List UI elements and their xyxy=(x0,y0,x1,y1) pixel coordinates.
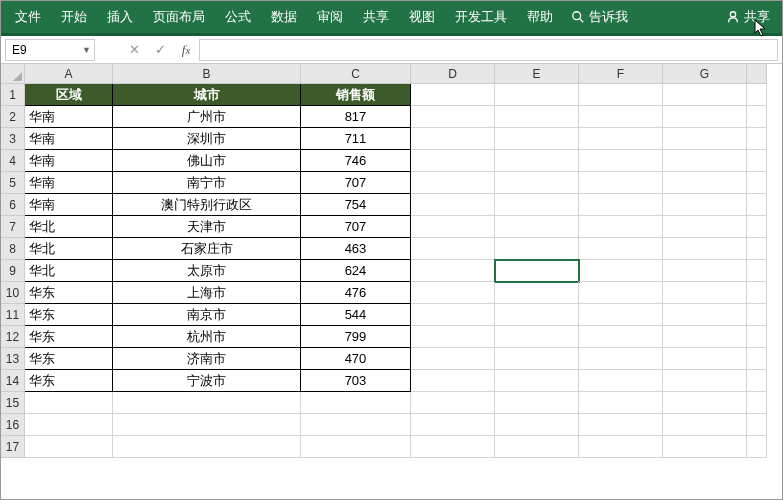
cell[interactable] xyxy=(411,436,495,458)
cell[interactable] xyxy=(747,238,767,260)
tab-page-layout[interactable]: 页面布局 xyxy=(143,1,215,33)
col-header-d[interactable]: D xyxy=(411,64,495,84)
row-header[interactable]: 3 xyxy=(1,128,25,150)
cell[interactable]: 济南市 xyxy=(113,348,301,370)
col-header-a[interactable]: A xyxy=(25,64,113,84)
cell[interactable] xyxy=(495,414,579,436)
name-box[interactable]: E9 ▼ xyxy=(5,39,95,61)
cell[interactable] xyxy=(579,128,663,150)
cell[interactable] xyxy=(113,414,301,436)
cell[interactable] xyxy=(495,326,579,348)
cell[interactable] xyxy=(411,414,495,436)
cell[interactable]: 华南 xyxy=(25,106,113,128)
row-header[interactable]: 15 xyxy=(1,392,25,414)
fx-button[interactable]: fx xyxy=(173,39,199,61)
cell[interactable] xyxy=(411,304,495,326)
cell[interactable]: 707 xyxy=(301,216,411,238)
cell[interactable] xyxy=(747,414,767,436)
cell[interactable] xyxy=(25,436,113,458)
select-all-button[interactable] xyxy=(1,64,25,84)
cell[interactable] xyxy=(747,84,767,106)
row-header[interactable]: 16 xyxy=(1,414,25,436)
cell[interactable] xyxy=(495,128,579,150)
tab-insert[interactable]: 插入 xyxy=(97,1,143,33)
cell[interactable]: 707 xyxy=(301,172,411,194)
cell[interactable] xyxy=(495,260,579,282)
tab-data[interactable]: 数据 xyxy=(261,1,307,33)
cell[interactable] xyxy=(579,172,663,194)
cell[interactable] xyxy=(747,128,767,150)
cell[interactable]: 城市 xyxy=(113,84,301,106)
cell[interactable]: 463 xyxy=(301,238,411,260)
cell[interactable] xyxy=(663,216,747,238)
cell[interactable]: 746 xyxy=(301,150,411,172)
cell[interactable]: 703 xyxy=(301,370,411,392)
cell[interactable]: 华南 xyxy=(25,194,113,216)
cell[interactable]: 销售额 xyxy=(301,84,411,106)
cell[interactable]: 南京市 xyxy=(113,304,301,326)
cell[interactable] xyxy=(411,194,495,216)
cell[interactable] xyxy=(747,106,767,128)
cell[interactable] xyxy=(411,326,495,348)
row-header[interactable]: 17 xyxy=(1,436,25,458)
col-header-e[interactable]: E xyxy=(495,64,579,84)
cell[interactable]: 754 xyxy=(301,194,411,216)
cell[interactable]: 817 xyxy=(301,106,411,128)
cell[interactable] xyxy=(579,216,663,238)
cell[interactable] xyxy=(411,216,495,238)
cell[interactable] xyxy=(113,436,301,458)
cell[interactable] xyxy=(495,216,579,238)
cell[interactable] xyxy=(747,282,767,304)
cell[interactable]: 华东 xyxy=(25,326,113,348)
cell[interactable] xyxy=(495,194,579,216)
col-header-f[interactable]: F xyxy=(579,64,663,84)
cell[interactable] xyxy=(747,260,767,282)
cell[interactable] xyxy=(495,282,579,304)
col-header-c[interactable]: C xyxy=(301,64,411,84)
formula-input[interactable] xyxy=(199,39,778,61)
cell[interactable] xyxy=(579,414,663,436)
cell[interactable] xyxy=(663,392,747,414)
row-header[interactable]: 14 xyxy=(1,370,25,392)
cell[interactable] xyxy=(411,172,495,194)
cell[interactable]: 天津市 xyxy=(113,216,301,238)
col-header-b[interactable]: B xyxy=(113,64,301,84)
cell[interactable]: 杭州市 xyxy=(113,326,301,348)
cell[interactable] xyxy=(579,150,663,172)
row-header[interactable]: 11 xyxy=(1,304,25,326)
cell[interactable] xyxy=(495,150,579,172)
cell[interactable] xyxy=(747,370,767,392)
cell[interactable] xyxy=(663,84,747,106)
cell[interactable] xyxy=(663,238,747,260)
col-header-g[interactable]: G xyxy=(663,64,747,84)
row-header[interactable]: 9 xyxy=(1,260,25,282)
cell[interactable] xyxy=(411,348,495,370)
cell[interactable] xyxy=(411,150,495,172)
cell[interactable] xyxy=(579,370,663,392)
cell[interactable] xyxy=(579,326,663,348)
cell[interactable]: 711 xyxy=(301,128,411,150)
cell[interactable] xyxy=(411,370,495,392)
cell[interactable] xyxy=(747,172,767,194)
cell[interactable] xyxy=(411,238,495,260)
cell[interactable] xyxy=(579,436,663,458)
cell[interactable] xyxy=(663,194,747,216)
cell[interactable] xyxy=(579,238,663,260)
cell[interactable] xyxy=(579,84,663,106)
cell[interactable] xyxy=(663,370,747,392)
cell[interactable] xyxy=(411,128,495,150)
cell[interactable] xyxy=(747,392,767,414)
cell[interactable]: 华南 xyxy=(25,150,113,172)
cell[interactable]: 华东 xyxy=(25,370,113,392)
cell[interactable] xyxy=(663,348,747,370)
cell[interactable]: 476 xyxy=(301,282,411,304)
cell[interactable] xyxy=(663,128,747,150)
cell[interactable] xyxy=(663,150,747,172)
cell[interactable]: 宁波市 xyxy=(113,370,301,392)
tab-review[interactable]: 审阅 xyxy=(307,1,353,33)
row-header[interactable]: 4 xyxy=(1,150,25,172)
cell[interactable] xyxy=(747,194,767,216)
cell[interactable]: 华北 xyxy=(25,260,113,282)
cell[interactable]: 799 xyxy=(301,326,411,348)
tab-home[interactable]: 开始 xyxy=(51,1,97,33)
